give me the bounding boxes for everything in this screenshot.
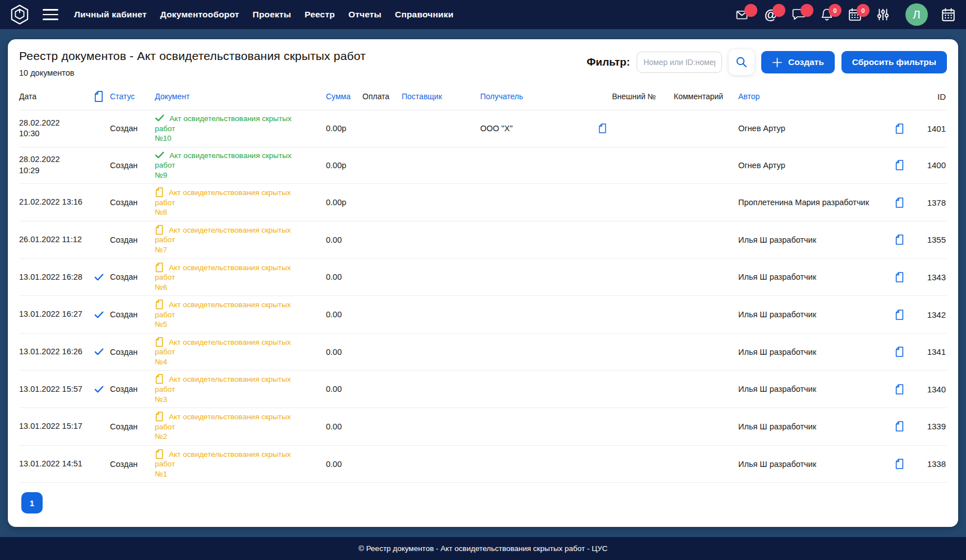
cell-comment	[674, 237, 738, 243]
cell-comment	[674, 386, 738, 392]
file-icon[interactable]	[895, 309, 904, 320]
cell-check	[88, 162, 110, 169]
menu-item-directories[interactable]: Справочники	[395, 10, 453, 20]
file-icon	[155, 411, 164, 422]
column-header-comment: Комментарий	[674, 92, 738, 101]
menu-item-personal-cabinet[interactable]: Личный кабинет	[74, 10, 147, 20]
menu-item-registry[interactable]: Реестр	[305, 10, 335, 20]
mentions-button[interactable]: @	[763, 7, 779, 22]
document-link[interactable]: Акт освидетельствования скрытых работ №5	[155, 299, 311, 330]
file-icon[interactable]	[895, 272, 904, 283]
check-icon	[155, 114, 164, 122]
cell-receiver	[480, 311, 592, 318]
cell-sum: 0.00р	[326, 121, 362, 136]
column-header-status[interactable]: Статус	[110, 92, 155, 101]
calendar-notifications-button[interactable]: 0	[847, 7, 863, 22]
cell-status: Создан	[110, 419, 155, 434]
cell-id: 1400	[909, 157, 947, 173]
file-icon	[94, 91, 104, 102]
settings-sliders-button[interactable]	[875, 7, 891, 22]
mail-notifications-button[interactable]	[735, 7, 751, 22]
cell-date: 13.01.2022 16:27	[19, 306, 88, 323]
document-link[interactable]: Акт освидетельствования скрытых работ №6	[155, 262, 311, 293]
cell-comment	[674, 349, 738, 355]
file-icon[interactable]	[895, 197, 904, 208]
menu-item-projects[interactable]: Проекты	[252, 10, 291, 20]
file-icon[interactable]	[895, 123, 904, 134]
column-header-receiver[interactable]: Получатель	[480, 92, 592, 101]
cell-receiver	[480, 349, 592, 355]
calendar-icon	[941, 8, 955, 22]
cell-check	[88, 125, 110, 132]
search-button[interactable]	[729, 49, 755, 75]
document-link[interactable]: Акт освидетельствования скрытых работ №9	[155, 151, 311, 181]
cell-document: Акт освидетельствования скрытых работ №6	[155, 259, 326, 296]
notifications-button[interactable]: 0	[819, 7, 835, 22]
cell-status: Создан	[110, 307, 155, 322]
top-navbar: Личный кабинет Документооборот Проекты Р…	[0, 0, 966, 29]
column-header-author[interactable]: Автор	[738, 92, 890, 101]
search-icon	[735, 56, 748, 68]
check-icon	[155, 151, 164, 159]
column-header-document[interactable]: Документ	[155, 92, 326, 101]
check-icon	[94, 386, 104, 393]
calendar-button[interactable]	[940, 7, 956, 22]
pagination-page-1[interactable]: 1	[21, 492, 43, 513]
document-link[interactable]: Акт освидетельствования скрытых работ №3	[155, 374, 311, 404]
document-link[interactable]: Акт освидетельствования скрытых работ №4	[155, 337, 311, 367]
hamburger-menu-icon[interactable]	[43, 9, 58, 20]
reset-filters-button[interactable]: Сбросить фильтры	[841, 51, 947, 73]
attachment-file-icon[interactable]	[598, 123, 607, 133]
cell-external	[612, 237, 674, 243]
cell-author: Илья Ш разработчик	[738, 419, 890, 434]
cell-external	[612, 311, 674, 318]
menu-item-document-flow[interactable]: Документооборот	[160, 10, 240, 20]
cell-external	[612, 461, 674, 468]
table-row: 13.01.2022 16:27 Создан Акт освидетельст…	[19, 295, 947, 333]
page-body: Реестр документов - Акт освидетельствова…	[0, 29, 966, 537]
cell-supplier	[402, 237, 480, 243]
documents-count: 10 документов	[19, 68, 366, 77]
file-icon[interactable]	[895, 421, 904, 432]
file-icon[interactable]	[895, 384, 904, 395]
cell-date: 28.02.2022 10:29	[19, 151, 88, 179]
cell-sum: 0.00	[326, 232, 362, 248]
document-link[interactable]: Акт освидетельствования скрытых работ №1	[155, 449, 311, 479]
document-link[interactable]: Акт освидетельствования скрытых работ №2	[155, 411, 311, 442]
cell-comment	[674, 461, 738, 468]
create-button[interactable]: Создать	[761, 51, 835, 73]
cell-id: 1378	[909, 195, 947, 211]
cell-payment	[362, 349, 402, 355]
file-icon[interactable]	[895, 459, 904, 469]
column-header-doc-flag[interactable]	[88, 91, 110, 102]
cell-payment	[362, 461, 402, 468]
cell-date: 13.01.2022 15:57	[19, 381, 88, 399]
cell-check	[88, 270, 110, 284]
logo-icon	[10, 4, 29, 25]
file-icon[interactable]	[895, 160, 904, 170]
app-logo[interactable]	[10, 3, 30, 26]
table-header-row: Дата Статус Документ Сумма Оплата Постав…	[19, 86, 947, 110]
user-avatar[interactable]: Л	[905, 3, 928, 26]
filter-label: Фильтр:	[587, 56, 630, 68]
check-icon	[94, 348, 104, 355]
file-icon[interactable]	[895, 346, 904, 357]
cell-supplier	[402, 461, 480, 468]
cell-document: Акт освидетельствования скрытых работ №1	[155, 446, 326, 483]
table-row: 26.01.2022 11:12 Создан Акт освидетельст…	[19, 221, 947, 258]
document-link[interactable]: Акт освидетельствования скрытых работ №1…	[155, 114, 311, 144]
column-header-sum[interactable]: Сумма	[326, 92, 362, 101]
filter-input[interactable]	[637, 52, 722, 73]
pagination: 1	[19, 482, 947, 520]
cell-file	[890, 421, 909, 432]
column-header-supplier[interactable]: Поставщик	[402, 92, 480, 101]
menu-item-reports[interactable]: Отчеты	[348, 10, 381, 20]
footer-text: © Реестр документов - Акт освидетельство…	[358, 544, 608, 553]
chat-button[interactable]	[791, 7, 807, 22]
file-icon[interactable]	[895, 234, 904, 245]
cell-payment	[362, 386, 402, 392]
document-link[interactable]: Акт освидетельствования скрытых работ №7	[155, 225, 311, 255]
main-menu: Личный кабинет Документооборот Проекты Р…	[74, 10, 453, 20]
document-link[interactable]: Акт освидетельствования скрытых работ №8	[155, 187, 311, 217]
cell-payment	[362, 162, 402, 169]
